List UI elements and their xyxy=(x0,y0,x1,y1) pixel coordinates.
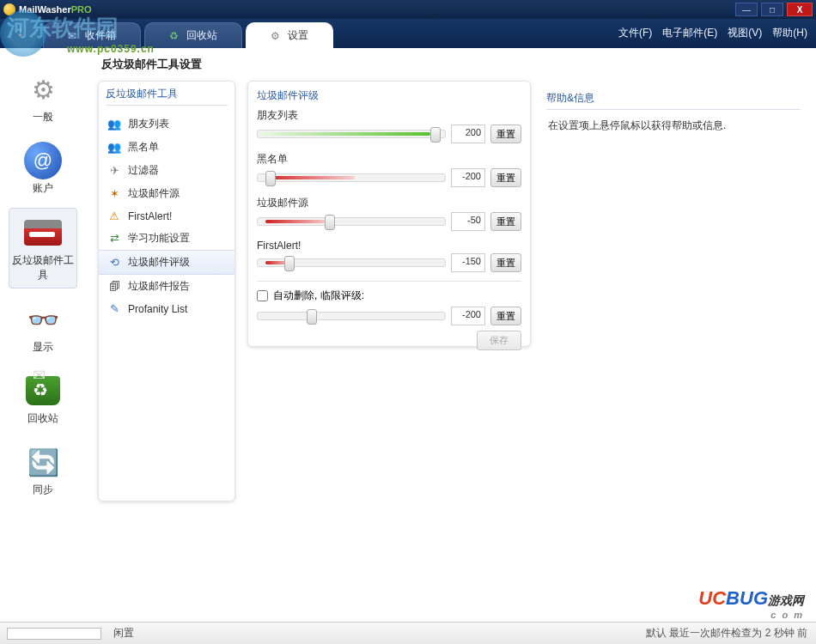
sidebar-item-sync[interactable]: 同步 xyxy=(9,438,77,502)
app-body: 一般 账户 反垃圾邮件工具 显示 回收站 同步 反垃圾邮件工具设置 反垃圾 xyxy=(0,48,816,622)
slider-label: 朋友列表 xyxy=(257,108,521,123)
sidebar-item-account[interactable]: 账户 xyxy=(9,137,77,201)
minimize-button[interactable]: — xyxy=(735,3,758,16)
tool-label: 过滤器 xyxy=(128,163,159,178)
panel-rating: 垃圾邮件评级 朋友列表200重置黑名单-200重置垃圾邮件源-50重置First… xyxy=(247,81,531,347)
tool-label: Profanity List xyxy=(128,303,187,315)
menu-view[interactable]: 视图(V) xyxy=(728,26,762,40)
slider-label: 垃圾邮件源 xyxy=(257,196,521,210)
tool-icon: ✶ xyxy=(107,187,121,200)
tool-label: 学习功能设置 xyxy=(128,231,190,246)
slider-track[interactable] xyxy=(257,130,446,138)
window-buttons: — □ X xyxy=(735,3,813,16)
tool-icon: ✎ xyxy=(107,302,121,315)
sidebar-label: 一般 xyxy=(33,111,53,123)
slider-row: 朋友列表200重置 xyxy=(257,108,521,143)
recycle-icon xyxy=(169,30,181,42)
recycle-bin-icon xyxy=(24,372,62,410)
tool-item[interactable]: 👥朋友列表 xyxy=(99,112,234,136)
sidebar-label: 账户 xyxy=(33,182,53,194)
statusbar: 闲置 默认 最近一次邮件检查为 2 秒钟 前 xyxy=(0,622,816,644)
sidebar-item-spam[interactable]: 反垃圾邮件工具 xyxy=(9,208,77,289)
tab-settings[interactable]: 设置 xyxy=(246,22,333,48)
slider-label: FirstAlert! xyxy=(257,240,521,252)
slider-track[interactable] xyxy=(257,217,446,226)
tool-item[interactable]: 👥黑名单 xyxy=(99,136,234,159)
tool-icon: ⚠ xyxy=(107,210,121,222)
sidebar-item-display[interactable]: 显示 xyxy=(9,295,77,360)
sidebar-label: 反垃圾邮件工具 xyxy=(12,254,74,281)
auto-delete-row: 自动删除, 临限评级: xyxy=(257,289,521,303)
sidebar-item-general[interactable]: 一般 xyxy=(9,65,77,130)
progress-meter xyxy=(7,628,101,640)
tool-list: 👥朋友列表👥黑名单✈过滤器✶垃圾邮件源⚠FirstAlert!⇄学习功能设置⟲垃… xyxy=(99,111,234,321)
reset-button[interactable]: 重置 xyxy=(490,253,521,272)
account-icon xyxy=(24,142,62,179)
reset-button[interactable]: 重置 xyxy=(490,168,521,187)
panel-rating-head: 垃圾邮件评级 xyxy=(257,88,521,105)
menu-email[interactable]: 电子邮件(E) xyxy=(662,26,717,40)
reset-button[interactable]: 重置 xyxy=(490,212,521,231)
panel-help-head: 帮助&信息 xyxy=(546,86,801,107)
sync-icon xyxy=(24,443,62,481)
save-button[interactable]: 保存 xyxy=(477,331,521,350)
panel-help: 帮助&信息 在设置项上悬停鼠标以获得帮助或信息. xyxy=(543,81,804,501)
sidebar-label: 回收站 xyxy=(27,412,58,424)
tabbar: 收件箱 回收站 设置 文件(F) 电子邮件(E) 视图(V) 帮助(H) xyxy=(0,19,816,48)
close-button[interactable]: X xyxy=(787,3,813,16)
tool-icon: ✈ xyxy=(107,164,121,177)
auto-delete-checkbox[interactable] xyxy=(257,290,268,301)
tool-icon: ⟲ xyxy=(107,256,121,269)
menu-help[interactable]: 帮助(H) xyxy=(772,26,807,40)
slider-value: -150 xyxy=(451,253,485,272)
maximize-button[interactable]: □ xyxy=(761,3,783,16)
sidebar-item-recycle[interactable]: 回收站 xyxy=(9,367,77,431)
titlebar: MailWasherPRO — □ X xyxy=(0,0,816,19)
tool-label: 朋友列表 xyxy=(128,117,169,131)
toolbox-icon xyxy=(24,214,62,252)
status-idle: 闲置 xyxy=(113,626,134,641)
tool-item[interactable]: ⟲垃圾邮件评级 xyxy=(99,250,234,275)
tab-recycle[interactable]: 回收站 xyxy=(144,22,242,48)
tool-icon: 👥 xyxy=(107,118,121,131)
slider-row: 垃圾邮件源-50重置 xyxy=(257,196,521,231)
auto-delete-slider[interactable] xyxy=(257,312,446,320)
auto-delete-value: -200 xyxy=(451,307,485,325)
sidebar-label: 显示 xyxy=(33,341,53,353)
reset-button[interactable]: 重置 xyxy=(490,307,521,325)
slider-value: -50 xyxy=(451,212,485,231)
auto-delete-label: 自动删除, 临限评级: xyxy=(273,289,364,303)
tool-icon: 🗐 xyxy=(107,280,121,293)
tool-item[interactable]: ✈过滤器 xyxy=(99,159,234,182)
main-content: 反垃圾邮件工具设置 反垃圾邮件工具 👥朋友列表👥黑名单✈过滤器✶垃圾邮件源⚠Fi… xyxy=(86,48,816,622)
tool-label: 垃圾邮件评级 xyxy=(128,255,190,270)
sidebar-label: 同步 xyxy=(33,483,53,495)
tool-item[interactable]: ⚠FirstAlert! xyxy=(99,205,234,227)
slider-label: 黑名单 xyxy=(257,152,521,167)
page-title: 反垃圾邮件工具设置 xyxy=(98,57,804,72)
app-title: MailWasherPRO xyxy=(19,4,92,15)
slider-row: FirstAlert!-150重置 xyxy=(257,240,521,272)
slider-value: 200 xyxy=(451,125,485,143)
help-text: 在设置项上悬停鼠标以获得帮助或信息. xyxy=(546,115,801,137)
slider-track[interactable] xyxy=(257,258,446,267)
tool-item[interactable]: 🗐垃圾邮件报告 xyxy=(99,275,234,298)
tab-inbox[interactable]: 收件箱 xyxy=(43,22,141,48)
tool-icon: 👥 xyxy=(107,141,121,154)
glasses-icon xyxy=(24,301,62,338)
slider-value: -200 xyxy=(451,168,485,187)
tool-item[interactable]: ✶垃圾邮件源 xyxy=(99,182,234,205)
menu-file[interactable]: 文件(F) xyxy=(618,26,652,40)
tool-label: 垃圾邮件源 xyxy=(128,186,180,201)
tool-item[interactable]: ⇄学习功能设置 xyxy=(99,227,234,250)
gear-icon xyxy=(24,70,62,108)
reset-button[interactable]: 重置 xyxy=(490,125,521,143)
left-sidebar: 一般 账户 反垃圾邮件工具 显示 回收站 同步 xyxy=(0,48,86,622)
tool-label: 黑名单 xyxy=(128,140,159,155)
inbox-icon xyxy=(68,30,80,42)
panel-tools-head: 反垃圾邮件工具 xyxy=(99,82,234,103)
tab-label: 设置 xyxy=(288,28,308,43)
status-right: 默认 最近一次邮件检查为 2 秒钟 前 xyxy=(646,626,807,641)
slider-track[interactable] xyxy=(257,173,446,182)
tool-item[interactable]: ✎Profanity List xyxy=(99,298,234,319)
